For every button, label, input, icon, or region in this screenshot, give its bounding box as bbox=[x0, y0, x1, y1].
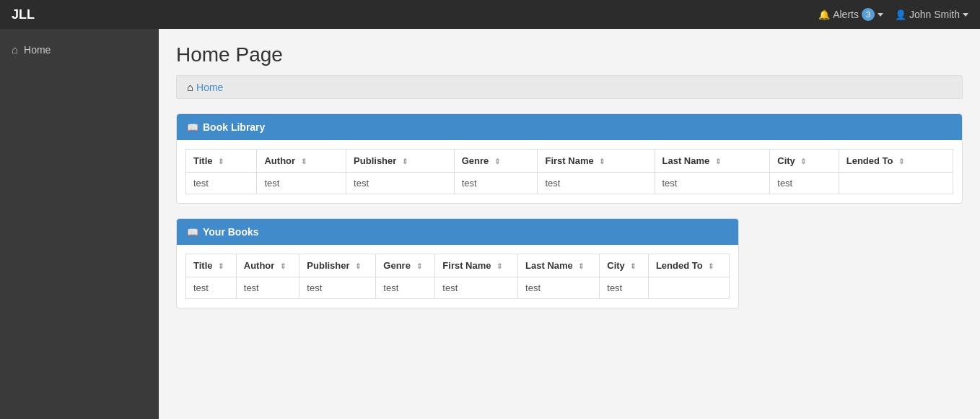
table-row: test test test test test test test bbox=[186, 277, 730, 299]
yb-col-author[interactable]: Author ⇕ bbox=[236, 254, 299, 277]
cell-genre: test bbox=[454, 173, 538, 194]
col-author[interactable]: Author ⇕ bbox=[257, 150, 346, 173]
yb-cell-author: test bbox=[236, 277, 299, 299]
breadcrumb-home-icon bbox=[187, 81, 193, 93]
cell-publisher: test bbox=[346, 173, 455, 194]
your-books-table-body: test test test test test test test bbox=[186, 277, 730, 299]
col-title[interactable]: Title ⇕ bbox=[186, 150, 257, 173]
lastname-sort-icon: ⇕ bbox=[715, 157, 721, 165]
book-library-table: Title ⇕ Author ⇕ Publisher ⇕ Genre ⇕ Fir… bbox=[185, 149, 953, 194]
your-books-header-row: Title ⇕ Author ⇕ Publisher ⇕ Genre ⇕ Fir… bbox=[186, 254, 730, 277]
alerts-label: Alerts bbox=[833, 9, 859, 20]
yb-cell-publisher: test bbox=[299, 277, 376, 299]
cell-author: test bbox=[257, 173, 346, 194]
yb-title-sort-icon: ⇕ bbox=[218, 262, 224, 270]
bell-icon bbox=[818, 9, 830, 20]
page-title: Home Page bbox=[176, 43, 963, 66]
sidebar-item-label: Home bbox=[24, 44, 51, 56]
yb-cell-first-name: test bbox=[435, 277, 518, 299]
col-publisher[interactable]: Publisher ⇕ bbox=[346, 150, 455, 173]
genre-sort-icon: ⇕ bbox=[494, 157, 500, 165]
book-library-table-body: test test test test test test test bbox=[186, 173, 953, 194]
your-books-panel-header: Your Books bbox=[177, 219, 738, 245]
your-books-icon bbox=[187, 226, 198, 238]
cell-first-name: test bbox=[538, 173, 655, 194]
sidebar-item-home[interactable]: Home bbox=[0, 36, 159, 63]
col-first-name[interactable]: First Name ⇕ bbox=[538, 150, 655, 173]
book-library-header-row: Title ⇕ Author ⇕ Publisher ⇕ Genre ⇕ Fir… bbox=[186, 150, 953, 173]
yb-col-city[interactable]: City ⇕ bbox=[600, 254, 649, 277]
book-library-title: Book Library bbox=[203, 121, 265, 133]
sidebar: Home bbox=[0, 29, 159, 419]
user-name: John Smith bbox=[909, 9, 960, 20]
breadcrumb: Home bbox=[176, 75, 963, 99]
user-caret-icon bbox=[963, 13, 968, 17]
alerts-badge: 3 bbox=[862, 8, 875, 21]
home-icon bbox=[12, 43, 18, 56]
yb-cell-title: test bbox=[186, 277, 237, 299]
book-library-panel: Book Library Title ⇕ Author ⇕ Publisher … bbox=[176, 113, 963, 204]
main-content: Home Page Home Book Library Title ⇕ Auth… bbox=[159, 29, 980, 419]
yb-lastname-sort-icon: ⇕ bbox=[578, 262, 584, 270]
user-icon bbox=[895, 9, 906, 20]
firstname-sort-icon: ⇕ bbox=[599, 157, 605, 165]
cell-city: test bbox=[770, 173, 839, 194]
city-sort-icon: ⇕ bbox=[800, 157, 806, 165]
author-sort-icon: ⇕ bbox=[301, 157, 307, 165]
yb-col-last-name[interactable]: Last Name ⇕ bbox=[518, 254, 600, 277]
yb-genre-sort-icon: ⇕ bbox=[416, 262, 422, 270]
navbar: JLL Alerts 3 John Smith bbox=[0, 0, 980, 29]
col-lended-to[interactable]: Lended To ⇕ bbox=[839, 150, 953, 173]
alerts-dropdown[interactable]: Alerts 3 bbox=[818, 8, 883, 21]
your-books-table-head: Title ⇕ Author ⇕ Publisher ⇕ Genre ⇕ Fir… bbox=[186, 254, 730, 277]
publisher-sort-icon: ⇕ bbox=[402, 157, 408, 165]
breadcrumb-home-link[interactable]: Home bbox=[196, 82, 223, 93]
your-books-title: Your Books bbox=[203, 226, 259, 238]
yb-publisher-sort-icon: ⇕ bbox=[355, 262, 361, 270]
your-books-panel: Your Books Title ⇕ Author ⇕ Publisher ⇕ … bbox=[176, 218, 739, 308]
layout: Home Home Page Home Book Library Title ⇕ bbox=[0, 29, 980, 419]
yb-city-sort-icon: ⇕ bbox=[630, 262, 636, 270]
col-city[interactable]: City ⇕ bbox=[770, 150, 839, 173]
yb-cell-genre: test bbox=[376, 277, 435, 299]
yb-col-genre[interactable]: Genre ⇕ bbox=[376, 254, 435, 277]
your-books-table: Title ⇕ Author ⇕ Publisher ⇕ Genre ⇕ Fir… bbox=[185, 254, 730, 299]
book-library-panel-body: Title ⇕ Author ⇕ Publisher ⇕ Genre ⇕ Fir… bbox=[177, 140, 962, 203]
book-library-icon bbox=[187, 121, 198, 133]
cell-lended-to bbox=[839, 173, 953, 194]
navbar-right: Alerts 3 John Smith bbox=[818, 8, 968, 21]
title-sort-icon: ⇕ bbox=[218, 157, 224, 165]
yb-firstname-sort-icon: ⇕ bbox=[496, 262, 502, 270]
alerts-caret-icon bbox=[878, 13, 883, 17]
yb-lendedto-sort-icon: ⇕ bbox=[708, 262, 714, 270]
lendedto-sort-icon: ⇕ bbox=[898, 157, 904, 165]
brand-logo: JLL bbox=[12, 7, 35, 22]
yb-cell-lended-to bbox=[648, 277, 729, 299]
cell-title: test bbox=[186, 173, 257, 194]
col-genre[interactable]: Genre ⇕ bbox=[454, 150, 538, 173]
yb-author-sort-icon: ⇕ bbox=[280, 262, 286, 270]
yb-col-publisher[interactable]: Publisher ⇕ bbox=[299, 254, 376, 277]
book-library-panel-header: Book Library bbox=[177, 114, 962, 140]
yb-col-title[interactable]: Title ⇕ bbox=[186, 254, 237, 277]
table-row: test test test test test test test bbox=[186, 173, 953, 194]
user-menu[interactable]: John Smith bbox=[895, 9, 968, 20]
yb-cell-last-name: test bbox=[518, 277, 600, 299]
yb-col-first-name[interactable]: First Name ⇕ bbox=[435, 254, 518, 277]
cell-last-name: test bbox=[655, 173, 770, 194]
col-last-name[interactable]: Last Name ⇕ bbox=[655, 150, 770, 173]
your-books-panel-body: Title ⇕ Author ⇕ Publisher ⇕ Genre ⇕ Fir… bbox=[177, 245, 738, 308]
book-library-table-head: Title ⇕ Author ⇕ Publisher ⇕ Genre ⇕ Fir… bbox=[186, 150, 953, 173]
yb-col-lended-to[interactable]: Lended To ⇕ bbox=[648, 254, 729, 277]
yb-cell-city: test bbox=[600, 277, 649, 299]
